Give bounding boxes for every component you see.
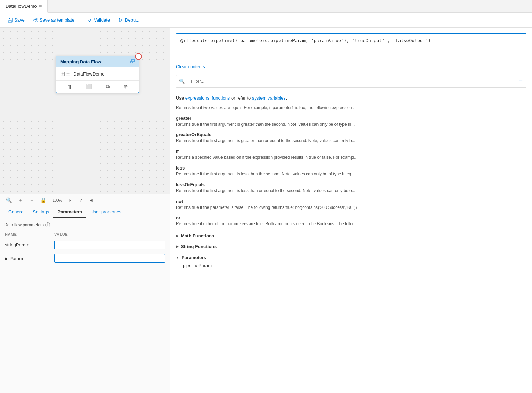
node-copy-btn[interactable]: ⬜ — [84, 83, 95, 91]
node-name: DataFlowDemo — [73, 71, 105, 77]
node-delete-btn[interactable]: 🗑 — [65, 83, 74, 91]
func-item: not Returns true if the parameter is fal… — [176, 199, 526, 211]
tab-dataflowdemo[interactable]: DataFlowDemo — [0, 0, 48, 13]
help-text-end: . — [286, 95, 287, 101]
svg-marker-8 — [119, 18, 122, 22]
func-item: Returns true if two values are equal. Fo… — [176, 105, 526, 111]
func-name: greaterOrEquals — [176, 132, 526, 137]
func-desc: Returns a specified value based on if th… — [176, 155, 526, 160]
math-functions-header[interactable]: ▶ Math Functions — [176, 232, 526, 240]
help-text: Use expressions, functions or refer to s… — [176, 95, 526, 102]
param-value-input[interactable] — [54, 241, 165, 249]
dataflow-icon: ⊞⊟ — [60, 70, 71, 78]
zoom-mini-btn[interactable]: 100% — [51, 197, 64, 203]
string-functions-header[interactable]: ▶ String Functions — [176, 243, 526, 251]
func-name: not — [176, 199, 526, 204]
func-name: lessOrEquals — [176, 182, 526, 187]
info-icon[interactable]: i — [45, 222, 50, 227]
func-desc: Returns true if the first argument is le… — [176, 188, 526, 194]
filter-add-btn[interactable]: + — [515, 75, 526, 87]
col-name-header: NAME — [5, 231, 54, 238]
fit-mini-btn[interactable]: ⊡ — [67, 197, 74, 204]
layout-mini-btn[interactable]: ⊞ — [88, 197, 95, 204]
svg-point-3 — [34, 19, 35, 21]
tab-dot — [39, 5, 42, 7]
node-connect-btn[interactable]: ⊕ — [121, 83, 130, 91]
node-duplicate-btn[interactable]: ⧉ — [104, 83, 112, 91]
save-template-icon — [33, 18, 38, 23]
toolbar-separator — [81, 16, 81, 24]
node-status-circle — [135, 53, 142, 60]
func-desc: Returns true if the first argument is gr… — [176, 121, 526, 127]
toolbar: Save Save as template Validate Debu... — [0, 13, 532, 28]
tab-general[interactable]: General — [4, 206, 29, 218]
func-item: if Returns a specified value based on if… — [176, 149, 526, 160]
system-variables-link[interactable]: system variables — [252, 95, 286, 101]
func-name: if — [176, 149, 526, 154]
parameter-entry[interactable]: pipelineParam — [176, 261, 526, 269]
parameters-header[interactable]: ▼ Parameters — [176, 253, 526, 261]
func-item: or Returns true if either of the paramet… — [176, 215, 526, 227]
main-area: Mapping Data Flow ⊞⊟ DataFlowDemo 🗑 ⬜ ⧉ … — [0, 28, 532, 393]
node-actions: 🗑 ⬜ ⧉ ⊕ — [56, 80, 139, 93]
math-functions-group: ▶ Math Functions — [176, 232, 526, 240]
func-desc: Returns true if the first argument is le… — [176, 171, 526, 177]
param-value-cell — [54, 252, 165, 265]
func-name: greater — [176, 116, 526, 121]
param-value-cell — [54, 238, 165, 251]
param-value-input[interactable] — [54, 254, 165, 263]
minus-mini-btn[interactable]: － — [27, 196, 36, 204]
node-body: ⊞⊟ DataFlowDemo — [56, 67, 139, 80]
clear-contents-link[interactable]: Clear contents — [176, 64, 526, 69]
external-link-icon[interactable] — [130, 59, 135, 64]
validate-button[interactable]: Validate — [84, 16, 113, 24]
svg-line-7 — [35, 20, 36, 21]
filter-input[interactable] — [187, 76, 515, 86]
mapping-dataflow-node[interactable]: Mapping Data Flow ⊞⊟ DataFlowDemo 🗑 ⬜ ⧉ … — [56, 56, 139, 93]
filter-search-icon: 🔍 — [176, 76, 187, 86]
func-desc: Returns true if the parameter is false. … — [176, 205, 526, 211]
expand-mini-btn[interactable]: ⤢ — [77, 197, 85, 204]
search-mini-btn[interactable]: 🔍 — [4, 197, 14, 204]
func-item: greaterOrEquals Returns true if the firs… — [176, 132, 526, 144]
node-header: Mapping Data Flow — [56, 56, 139, 67]
help-text-mid: or refer to — [230, 95, 252, 101]
func-item: greater Returns true if the first argume… — [176, 116, 526, 127]
expression-value: @if(equals(pipeline().parameters.pipelin… — [180, 38, 431, 43]
parameters-group: ▼ Parameters pipelineParam — [176, 253, 526, 269]
svg-point-5 — [36, 21, 37, 22]
node-header-title: Mapping Data Flow — [60, 59, 101, 64]
save-button[interactable]: Save — [4, 16, 28, 24]
parameters-label: Parameters — [182, 255, 206, 260]
tab-user-properties[interactable]: User properties — [86, 206, 126, 218]
expressions-functions-link[interactable]: expressions, functions — [185, 95, 230, 101]
save-template-button[interactable]: Save as template — [30, 16, 78, 24]
debug-icon — [118, 18, 123, 23]
svg-point-4 — [36, 18, 37, 20]
save-template-label: Save as template — [40, 17, 74, 23]
expression-box[interactable]: @if(equals(pipeline().parameters.pipelin… — [176, 33, 526, 61]
func-item: lessOrEquals Returns true if the first a… — [176, 182, 526, 194]
func-desc: Returns true if two values are equal. Fo… — [176, 105, 526, 111]
param-row: intParam — [5, 252, 165, 265]
param-row: stringParam — [5, 238, 165, 251]
data-flow-params-label: Data flow parameters i — [4, 222, 166, 227]
save-label: Save — [14, 17, 25, 23]
validate-label: Validate — [94, 17, 110, 23]
debug-label: Debu... — [125, 17, 139, 23]
tab-settings[interactable]: Settings — [29, 206, 53, 218]
debug-button[interactable]: Debu... — [115, 16, 143, 24]
tab-parameters[interactable]: Parameters — [53, 206, 86, 218]
lock-mini-btn[interactable]: 🔒 — [39, 197, 48, 204]
svg-rect-2 — [9, 20, 11, 22]
svg-line-6 — [35, 19, 36, 20]
canvas-area: Mapping Data Flow ⊞⊟ DataFlowDemo 🗑 ⬜ ⧉ … — [0, 28, 170, 194]
func-list: Returns true if two values are equal. Fo… — [170, 105, 532, 393]
param-name: stringParam — [5, 238, 54, 251]
canvas-mini-toolbar: 🔍 ＋ － 🔒 100% ⊡ ⤢ ⊞ — [0, 194, 170, 206]
filter-bar: 🔍 + — [176, 75, 526, 88]
func-desc: Returns true if the first argument is gr… — [176, 138, 526, 144]
add-mini-btn[interactable]: ＋ — [16, 196, 25, 204]
func-item: less Returns true if the first argument … — [176, 165, 526, 177]
validate-icon — [87, 18, 92, 23]
